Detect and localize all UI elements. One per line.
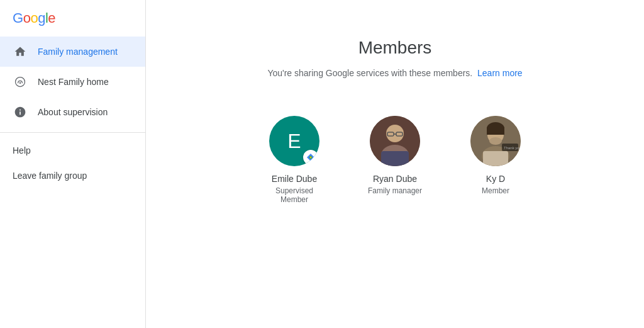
svg-rect-17	[483, 151, 508, 166]
house-icon	[13, 44, 28, 59]
member-role-emile-dube: Supervised Member	[263, 186, 326, 204]
member-name-ryan-dube: Ryan Dube	[373, 174, 417, 184]
svg-point-1	[19, 82, 21, 84]
sidebar-item-about-supervision[interactable]: About supervision	[0, 97, 145, 127]
member-card-ryan-dube[interactable]: Ryan Dube Family manager	[364, 116, 426, 195]
sidebar-link-leave-family-group[interactable]: Leave family group	[0, 163, 145, 188]
svg-point-18	[489, 137, 502, 145]
member-avatar-ky-d: Thank you drawing	[470, 116, 521, 166]
ryan-avatar-svg	[370, 116, 420, 166]
member-role-ky-d: Member	[482, 186, 509, 195]
members-title: Members	[358, 38, 432, 58]
learn-more-link[interactable]: Learn more	[477, 68, 523, 78]
info-icon	[13, 105, 28, 120]
sidebar-item-nest-family-home-label: Nest Family home	[38, 77, 109, 87]
member-initial-emile: E	[287, 130, 301, 153]
svg-rect-11	[381, 151, 409, 166]
logo-letter-g: G	[13, 10, 23, 26]
members-subtitle-text: You're sharing Google services with thes…	[267, 68, 472, 78]
members-subtitle: You're sharing Google services with thes…	[267, 68, 522, 78]
main-content: Members You're sharing Google services w…	[146, 0, 644, 328]
logo-letter-e: e	[48, 10, 55, 26]
nest-icon	[13, 74, 28, 89]
member-card-ky-d[interactable]: Thank you drawing Ky D Member	[464, 116, 527, 195]
sidebar-item-nest-family-home[interactable]: Nest Family home	[0, 67, 145, 97]
members-list: E Emile Dube Supervised Member	[263, 116, 527, 204]
sidebar-link-help[interactable]: Help	[0, 138, 145, 163]
google-logo-area: Google	[0, 0, 145, 34]
help-label: Help	[13, 145, 31, 156]
google-pay-badge	[303, 150, 318, 165]
member-name-ky-d: Ky D	[486, 174, 505, 184]
member-avatar-emile-dube: E	[269, 116, 319, 166]
sidebar-item-about-supervision-label: About supervision	[38, 107, 108, 117]
svg-point-0	[16, 77, 25, 87]
svg-text:Thank you drawing: Thank you drawing	[504, 146, 521, 150]
svg-rect-15	[487, 127, 504, 135]
member-role-ryan-dube: Family manager	[368, 186, 422, 195]
member-name-emile-dube: Emile Dube	[272, 174, 317, 184]
logo-letter-g2: g	[38, 10, 45, 26]
nav-items: Family management Nest Family home About…	[0, 37, 145, 328]
member-avatar-ryan-dube	[370, 116, 420, 166]
logo-letter-o1: o	[23, 10, 31, 26]
google-logo: Google	[13, 10, 55, 26]
sidebar-item-family-management-label: Family management	[38, 47, 118, 57]
logo-letter-o2: o	[30, 10, 38, 26]
member-card-emile-dube[interactable]: E Emile Dube Supervised Member	[263, 116, 326, 204]
ky-avatar-svg: Thank you drawing	[470, 116, 521, 166]
nav-divider	[0, 132, 145, 133]
sidebar-item-family-management[interactable]: Family management	[0, 37, 145, 67]
sidebar: Google Family management Nest Family hom…	[0, 0, 146, 328]
svg-point-6	[386, 125, 404, 142]
leave-family-group-label: Leave family group	[13, 171, 87, 181]
